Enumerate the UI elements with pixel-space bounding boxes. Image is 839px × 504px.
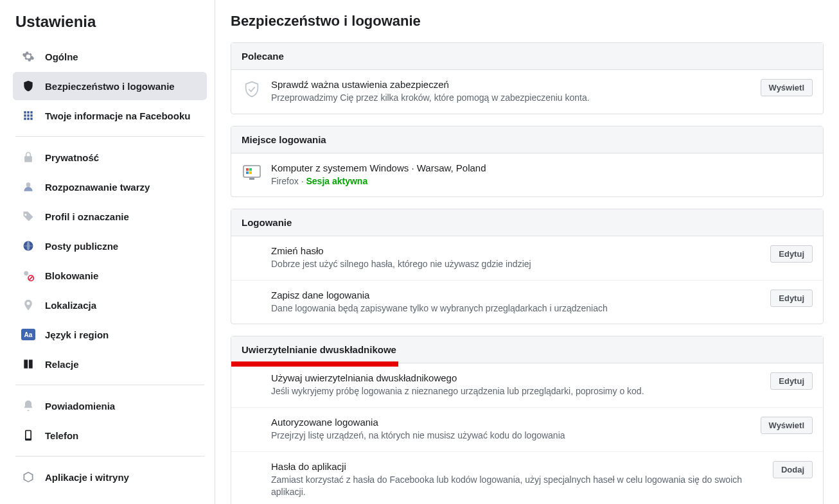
section-header: Logowanie (231, 209, 823, 236)
sidebar-item-profile-tagging[interactable]: Profil i oznaczanie (13, 202, 207, 230)
row-session[interactable]: Komputer z systemem Windows · Warsaw, Po… (231, 153, 823, 197)
sidebar-label: Język i region (45, 329, 109, 340)
shield-icon (21, 78, 36, 94)
face-icon (21, 179, 36, 195)
sidebar-label: Relacje (45, 359, 79, 370)
view-button[interactable]: Wyświetl (761, 79, 813, 96)
icon-spacer (242, 461, 262, 482)
section-login: Logowanie Zmień hasło Dobrze jest użyć s… (231, 209, 824, 324)
sidebar-label: Powiadomienia (45, 401, 115, 412)
lock-icon (21, 150, 36, 165)
icon-spacer (242, 290, 262, 310)
bell-icon (21, 398, 36, 413)
section-header: Polecane (231, 43, 823, 70)
sidebar-item-security[interactable]: Bezpieczeństwo i logowanie (13, 72, 207, 100)
row-content: Komputer z systemem Windows · Warsaw, Po… (271, 162, 813, 188)
sidebar-item-stories[interactable]: Relacje (13, 350, 207, 378)
cube-icon (21, 469, 36, 485)
shield-check-icon (242, 79, 262, 100)
row-action: Wyświetl (761, 417, 813, 434)
edit-button[interactable]: Edytuj (770, 290, 813, 307)
browser-label: Firefox · (271, 176, 306, 186)
edit-button[interactable]: Edytuj (770, 372, 813, 390)
row-content: Zapisz dane logowania Dane logowania będ… (271, 290, 760, 315)
sidebar-title: Ustawienia (13, 13, 207, 31)
phone-icon (21, 428, 36, 443)
pin-icon (21, 297, 36, 313)
icon-spacer (242, 372, 262, 393)
sidebar-item-your-info[interactable]: Twoje informacje na Facebooku (13, 101, 207, 130)
row-security-checkup[interactable]: Sprawdź ważna ustawienia zabezpieczeń Pr… (231, 70, 823, 114)
highlight-underline (231, 361, 398, 367)
row-title: Zmień hasło (271, 245, 760, 256)
row-title: Używaj uwierzytelniania dwuskładnikowego (271, 372, 760, 383)
sidebar-label: Lokalizacja (45, 300, 96, 311)
language-icon: Aa (21, 327, 36, 342)
section-recommended: Polecane Sprawdź ważna ustawienia zabezp… (231, 42, 824, 114)
page-title: Bezpieczeństwo i logowanie (231, 13, 824, 30)
tag-icon (21, 209, 36, 224)
globe-icon (21, 238, 36, 254)
section-where-logged-in: Miejsce logowania Komputer z systemem Wi… (231, 126, 824, 198)
sidebar-label: Rozpoznawanie twarzy (45, 182, 150, 193)
sidebar-label: Ogólne (45, 51, 78, 62)
section-header: Uwierzytelnianie dwuskładnikowe (231, 336, 823, 363)
monitor-icon (242, 162, 262, 183)
sidebar-label: Aplikacje i witryny (45, 472, 129, 483)
row-save-login[interactable]: Zapisz dane logowania Dane logowania będ… (231, 281, 823, 324)
grid-icon (21, 108, 36, 123)
sidebar-item-face-recognition[interactable]: Rozpoznawanie twarzy (13, 173, 207, 201)
block-icon (21, 268, 36, 283)
sidebar-item-privacy[interactable]: Prywatność (13, 143, 207, 171)
sidebar-label: Telefon (45, 430, 78, 441)
row-use-2fa[interactable]: Używaj uwierzytelniania dwuskładnikowego… (231, 363, 823, 408)
svg-line-4 (30, 277, 33, 280)
sidebar-label: Posty publiczne (45, 241, 118, 252)
row-content: Autoryzowane logowania Przejrzyj listę u… (271, 417, 750, 442)
row-change-password[interactable]: Zmień hasło Dobrze jest użyć silnego has… (231, 236, 823, 281)
sidebar-item-mobile[interactable]: Telefon (13, 421, 207, 449)
sidebar-item-blocking[interactable]: Blokowanie (13, 261, 207, 290)
view-button[interactable]: Wyświetl (761, 417, 813, 434)
svg-rect-8 (26, 431, 31, 439)
row-sub: Dobrze jest użyć silnego hasła, którego … (271, 258, 760, 271)
row-action: Dodaj (773, 461, 813, 478)
sidebar-item-language[interactable]: Aa Język i region (13, 320, 207, 349)
sidebar-label: Bezpieczeństwo i logowanie (45, 81, 175, 92)
row-authorized-logins[interactable]: Autoryzowane logowania Przejrzyj listę u… (231, 408, 823, 452)
section-header: Miejsce logowania (231, 126, 823, 153)
svg-rect-10 (246, 168, 249, 171)
row-sub: Jeśli wykryjemy próbę logowania z niezna… (271, 385, 760, 398)
row-action: Edytuj (770, 372, 813, 390)
icon-spacer (242, 417, 262, 437)
add-button[interactable]: Dodaj (773, 461, 813, 478)
row-content: Używaj uwierzytelniania dwuskładnikowego… (271, 372, 760, 398)
row-sub: Przeprowadzimy Cię przez kilka kroków, k… (271, 92, 750, 105)
divider (15, 456, 204, 456)
row-content: Zmień hasło Dobrze jest użyć silnego has… (271, 245, 760, 271)
book-icon (21, 356, 36, 372)
sidebar-item-public-posts[interactable]: Posty publiczne (13, 232, 207, 260)
section-two-factor: Uwierzytelnianie dwuskładnikowe Używaj u… (231, 336, 824, 504)
edit-button[interactable]: Edytuj (770, 245, 813, 263)
row-app-passwords[interactable]: Hasła do aplikacji Zamiast korzystać z h… (231, 452, 823, 504)
section-header-text: Uwierzytelnianie dwuskładnikowe (242, 344, 396, 355)
row-title: Zapisz dane logowania (271, 290, 760, 300)
sidebar-label: Prywatność (45, 152, 99, 163)
row-title: Komputer z systemem Windows · Warsaw, Po… (271, 162, 813, 173)
sidebar-label: Twoje informacje na Facebooku (45, 110, 190, 121)
row-action: Wyświetl (761, 79, 813, 96)
sidebar-item-apps[interactable]: Aplikacje i witryny (13, 463, 207, 491)
sidebar-item-location[interactable]: Lokalizacja (13, 291, 207, 319)
divider (15, 136, 204, 137)
sidebar-label: Profil i oznaczanie (45, 211, 129, 222)
sidebar-item-notifications[interactable]: Powiadomienia (13, 392, 207, 420)
row-sub: Dane logowania będą zapisywane tylko w w… (271, 302, 760, 315)
row-sub: Zamiast korzystać z hasła do Facebooka l… (271, 474, 763, 499)
settings-container: Ustawienia Ogólne Bezpieczeństwo i logow… (0, 0, 839, 504)
session-status: Sesja aktywna (306, 176, 367, 186)
divider (15, 385, 204, 385)
main-content: Bezpieczeństwo i logowanie Polecane Spra… (215, 0, 839, 504)
sidebar-item-general[interactable]: Ogólne (13, 42, 207, 71)
row-action: Edytuj (770, 290, 813, 307)
